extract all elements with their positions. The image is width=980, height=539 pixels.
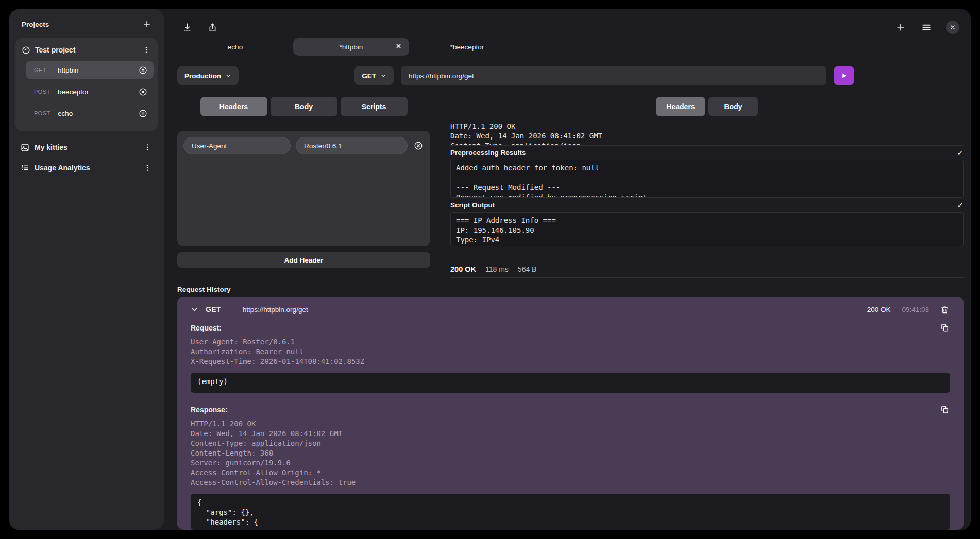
history-request-headers: User-Agent: Roster/0.6.1 Authorization: …: [191, 337, 950, 367]
app-menu-button[interactable]: [920, 21, 933, 33]
tab-beeceptor[interactable]: *beeceptor: [409, 38, 525, 56]
tab-request-headers[interactable]: Headers: [200, 97, 267, 116]
history-request-body-box: (empty): [191, 373, 950, 393]
remove-request-button[interactable]: [138, 108, 148, 119]
download-icon: [182, 23, 192, 32]
sidebar-header: Projects: [15, 16, 158, 32]
status-code: 200 OK: [450, 265, 476, 273]
plus-icon: [895, 22, 906, 32]
request-bar: Production GET: [177, 66, 854, 85]
close-tab-button[interactable]: [395, 43, 402, 49]
environment-label: Production: [184, 72, 221, 80]
collection-menu-button[interactable]: [142, 142, 153, 152]
header-row: [183, 137, 424, 154]
response-tabs: Headers Body: [450, 97, 964, 116]
project-group-header[interactable]: Test project: [21, 43, 154, 57]
collection-name: My kitties: [35, 143, 137, 151]
circle-x-icon: [139, 88, 147, 96]
trash-icon: [940, 305, 949, 314]
response-headers-preview[interactable]: HTTP/1.1 200 OK Date: Wed, 14 Jan 2026 0…: [450, 121, 964, 145]
history-response-body-box: { "args": {}, "headers": {: [191, 494, 950, 530]
delete-history-button[interactable]: [939, 304, 950, 315]
sidebar-item-beeceptor[interactable]: POST beeceptor: [26, 82, 154, 101]
workspace: Headers Body Scripts Add Header: [177, 97, 964, 278]
request-name-label: httpbin: [58, 66, 138, 74]
send-request-button[interactable]: [834, 66, 854, 85]
top-toolbar: [177, 20, 964, 35]
divider: [246, 66, 246, 85]
request-config-panel: Headers Body Scripts Add Header: [177, 97, 441, 278]
window-close-button[interactable]: [946, 21, 959, 34]
tab-strip: echo *httpbin *beeceptor: [177, 38, 964, 57]
history-response-body: { "args": {}, "headers": {: [197, 498, 943, 527]
status-time: 118 ms: [485, 265, 509, 273]
check-icon: ✓: [957, 201, 964, 210]
environment-dropdown[interactable]: Production: [177, 66, 239, 85]
history-request-body: (empty): [197, 377, 943, 387]
chevron-down-icon: [225, 73, 231, 79]
remove-request-button[interactable]: [138, 86, 148, 97]
main-area: echo *httpbin *beeceptor Production GET: [164, 9, 971, 530]
sidebar-item-my-kitties[interactable]: My kitties: [15, 139, 158, 155]
history-response-header: Response:: [191, 404, 950, 415]
tab-response-body[interactable]: Body: [708, 97, 758, 116]
request-name-label: echo: [58, 110, 138, 117]
sidebar-item-echo[interactable]: POST echo: [26, 104, 154, 123]
header-key-input[interactable]: [183, 137, 291, 154]
copy-response-button[interactable]: [939, 404, 950, 415]
tab-echo[interactable]: echo: [177, 38, 293, 56]
sidebar-item-usage-analytics[interactable]: Usage Analytics: [15, 160, 158, 176]
request-tabs: Headers Body Scripts: [177, 97, 430, 116]
script-output-section-header: Script Output ✓: [450, 198, 964, 212]
chevron-down-icon: [380, 73, 386, 79]
preprocessing-title: Preprocessing Results: [450, 149, 526, 157]
history-entry-body: Request: User-Agent: Roster/0.6.1 Author…: [177, 322, 964, 530]
add-header-button[interactable]: Add Header: [177, 252, 430, 268]
tab-request-body[interactable]: Body: [271, 97, 337, 116]
preprocessing-output[interactable]: Added auth header for token: null --- Re…: [450, 160, 964, 198]
history-entry: GET https://httpbin.org/get 200 OK 09:41…: [177, 297, 964, 530]
remove-request-button[interactable]: [138, 65, 148, 76]
request-label: Request:: [191, 324, 222, 332]
preprocessing-output-text: Added auth header for token: null --- Re…: [456, 163, 958, 198]
request-history-title: Request History: [177, 282, 964, 297]
url-input[interactable]: [401, 66, 826, 85]
play-icon: [840, 72, 848, 80]
add-project-button[interactable]: [141, 19, 153, 30]
tab-httpbin[interactable]: *httpbin: [293, 38, 409, 56]
history-request-header: Request:: [191, 322, 950, 333]
method-label: GET: [362, 72, 376, 80]
list-icon: [21, 164, 29, 172]
status-size: 564 B: [518, 265, 537, 273]
import-button[interactable]: [181, 22, 193, 33]
project-group-test-project: Test project GET httpbin POST beeceptor: [15, 38, 158, 131]
project-name: Test project: [35, 46, 137, 54]
collection-menu-button[interactable]: [142, 163, 153, 173]
close-icon: [395, 43, 402, 49]
new-tab-button[interactable]: [894, 21, 907, 33]
export-button[interactable]: [207, 22, 218, 33]
image-icon: [21, 143, 29, 152]
copy-request-button[interactable]: [939, 322, 950, 333]
circle-x-icon: [414, 141, 423, 150]
tab-label: echo: [228, 43, 243, 51]
remove-header-button[interactable]: [413, 140, 424, 151]
request-method-label: POST: [34, 89, 58, 95]
tab-response-headers[interactable]: Headers: [656, 97, 705, 116]
chevron-down-icon[interactable]: [191, 306, 198, 314]
method-dropdown[interactable]: GET: [354, 66, 394, 85]
header-value-input[interactable]: [296, 137, 408, 154]
collection-name: Usage Analytics: [35, 164, 137, 172]
app-window: Projects Test project GET httpbin: [9, 9, 971, 530]
plus-icon: [142, 20, 151, 29]
tab-request-scripts[interactable]: Scripts: [341, 97, 408, 116]
project-menu-button[interactable]: [141, 45, 151, 55]
history-entry-header[interactable]: GET https://httpbin.org/get 200 OK 09:41…: [177, 297, 964, 322]
sidebar-item-httpbin[interactable]: GET httpbin: [26, 61, 154, 79]
response-panel: Headers Body HTTP/1.1 200 OK Date: Wed, …: [441, 97, 964, 278]
request-method-label: POST: [34, 110, 58, 116]
script-output[interactable]: === IP Address Info === IP: 195.146.105.…: [450, 212, 964, 246]
response-label: Response:: [191, 406, 228, 414]
projects-title: Projects: [22, 21, 49, 28]
request-name-label: beeceptor: [58, 88, 138, 96]
